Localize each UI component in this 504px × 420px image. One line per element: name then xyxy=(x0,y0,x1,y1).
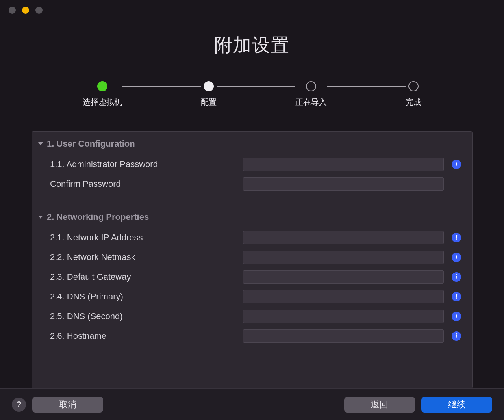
stepper: 选择虚拟机 配置 正在导入 完成 xyxy=(0,81,504,108)
step-select-vm: 选择虚拟机 xyxy=(83,81,122,108)
section-title: 2. Networking Properties xyxy=(47,212,149,222)
netmask-input[interactable] xyxy=(243,251,444,264)
step-dot-done-icon xyxy=(97,81,107,91)
continue-button[interactable]: 继续 xyxy=(421,397,492,413)
step-dot-pending-icon xyxy=(306,81,316,91)
info-icon[interactable]: i xyxy=(452,312,461,321)
field-hostname: 2.6. Hostname i xyxy=(32,326,472,346)
step-dot-pending-icon xyxy=(408,81,419,91)
close-icon[interactable] xyxy=(9,7,16,14)
admin-password-input[interactable] xyxy=(243,158,444,171)
field-label: 2.5. DNS (Second) xyxy=(50,311,235,322)
step-finish: 完成 xyxy=(406,81,421,108)
field-dns-second: 2.5. DNS (Second) i xyxy=(32,307,472,326)
chevron-down-icon xyxy=(38,142,43,145)
ip-address-input[interactable] xyxy=(243,231,444,244)
field-netmask: 2.2. Network Netmask i xyxy=(32,247,472,267)
field-label: 1.1. Administrator Password xyxy=(50,159,235,169)
titlebar xyxy=(0,0,504,20)
section-header-user-config[interactable]: 1. User Configuration xyxy=(32,132,472,154)
section-title: 1. User Configuration xyxy=(47,139,135,149)
form-panel[interactable]: 1. User Configuration 1.1. Administrator… xyxy=(32,131,472,388)
field-admin-password: 1.1. Administrator Password i xyxy=(32,154,472,174)
page-title: 附加设置 xyxy=(0,33,504,58)
step-importing: 正在导入 xyxy=(295,81,327,108)
step-dot-active-icon xyxy=(204,81,214,91)
cancel-button[interactable]: 取消 xyxy=(32,397,103,413)
confirm-password-input[interactable] xyxy=(243,177,444,191)
info-icon[interactable]: i xyxy=(452,292,461,301)
field-gateway: 2.3. Default Gateway i xyxy=(32,267,472,287)
footer: ? 取消 返回 继续 xyxy=(0,388,504,420)
section-header-networking[interactable]: 2. Networking Properties xyxy=(32,205,472,228)
gateway-input[interactable] xyxy=(243,270,444,284)
hostname-input[interactable] xyxy=(243,329,444,343)
field-ip-address: 2.1. Network IP Address i xyxy=(32,228,472,247)
back-button[interactable]: 返回 xyxy=(344,397,415,413)
field-label: 2.2. Network Netmask xyxy=(50,252,235,262)
field-confirm-password: Confirm Password xyxy=(32,174,472,194)
info-icon[interactable]: i xyxy=(452,233,461,242)
dns-second-input[interactable] xyxy=(243,310,444,323)
dns-primary-input[interactable] xyxy=(243,290,444,303)
step-line xyxy=(217,86,295,87)
info-icon[interactable]: i xyxy=(452,253,461,262)
step-line xyxy=(327,86,406,87)
info-icon[interactable]: i xyxy=(452,272,461,282)
field-label: 2.3. Default Gateway xyxy=(50,272,235,282)
field-label: 2.4. DNS (Primary) xyxy=(50,292,235,302)
step-line xyxy=(122,86,201,87)
info-icon[interactable]: i xyxy=(452,331,461,341)
step-label: 完成 xyxy=(406,97,421,108)
help-button[interactable]: ? xyxy=(12,398,26,412)
step-label: 配置 xyxy=(201,97,217,108)
info-icon[interactable]: i xyxy=(452,160,461,169)
step-label: 正在导入 xyxy=(295,97,327,108)
maximize-icon[interactable] xyxy=(35,7,43,14)
chevron-down-icon xyxy=(38,216,43,219)
field-label: Confirm Password xyxy=(50,179,235,189)
field-dns-primary: 2.4. DNS (Primary) i xyxy=(32,287,472,307)
minimize-icon[interactable] xyxy=(22,7,29,14)
field-label: 2.6. Hostname xyxy=(50,331,235,341)
step-configure: 配置 xyxy=(201,81,217,108)
step-label: 选择虚拟机 xyxy=(83,97,122,108)
field-label: 2.1. Network IP Address xyxy=(50,232,235,243)
